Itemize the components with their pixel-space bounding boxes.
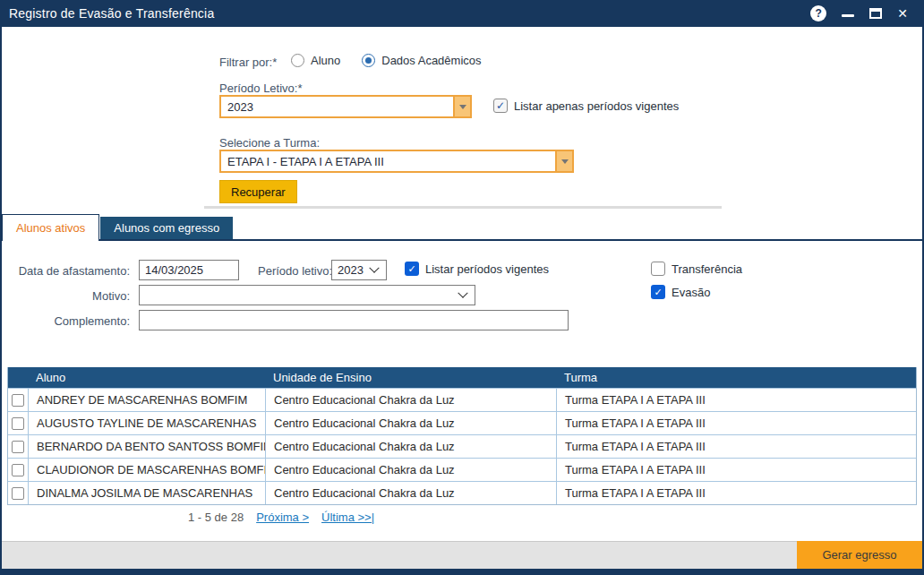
chevron-down-icon (561, 159, 569, 164)
help-icon[interactable]: ? (810, 5, 826, 21)
row-checkbox[interactable] (12, 417, 24, 430)
filtrar-por-radio-group: Aluno Dados Acadêmicos (291, 54, 482, 67)
cell-turma: Turma ETAPA I A ETAPA III (556, 389, 916, 411)
motivo-select[interactable] (139, 285, 475, 305)
filtrar-por-label: Filtrar por:* (219, 56, 277, 69)
cell-unidade: Centro Educacional Chakra da Luz (265, 459, 556, 481)
header-unidade: Unidade de Ensino (265, 371, 556, 384)
table-row: DINALMA JOSILMA DE MASCARENHAS Centro Ed… (8, 481, 916, 504)
data-afastamento-value: 14/03/2025 (145, 263, 203, 277)
cell-aluno: DINALMA JOSILMA DE MASCARENHAS (28, 482, 265, 504)
students-table: Aluno Unidade de Ensino Turma ANDREY DE … (7, 367, 917, 505)
cell-aluno: CLAUDIONOR DE MASCARENHAS BOMFIM (28, 459, 265, 481)
minimize-icon[interactable] (842, 14, 854, 17)
listar-vigentes-label: Listar períodos vigentes (425, 262, 549, 276)
row-checkbox[interactable] (12, 441, 24, 453)
listar-vigentes-checkbox[interactable] (405, 262, 419, 276)
listar-apenas-checkbox[interactable] (493, 99, 508, 113)
radio-dados-academicos[interactable]: Dados Acadêmicos (362, 54, 481, 67)
chevron-down-icon (458, 288, 467, 297)
periodo-letivo-dropdown-button[interactable] (453, 97, 470, 116)
recuperar-button[interactable]: Recuperar (219, 180, 297, 203)
pagination-last-link[interactable]: Última >>| (321, 511, 374, 524)
complemento-input[interactable] (139, 310, 569, 330)
cell-turma: Turma ETAPA I A ETAPA III (556, 412, 916, 434)
transferencia-checkbox[interactable] (651, 262, 665, 276)
header-turma: Turma (556, 371, 916, 384)
window-controls: ? ✕ (810, 5, 915, 21)
transferencia-checkbox-row[interactable]: Transferência (651, 262, 742, 276)
window-footer-strip (0, 569, 924, 575)
tab-alunos-ativos[interactable]: Alunos ativos (2, 214, 99, 241)
table-row: CLAUDIONOR DE MASCARENHAS BOMFIM Centro … (8, 458, 916, 481)
cell-unidade: Centro Educacional Chakra da Luz (265, 435, 556, 458)
table-row: BERNARDO DA BENTO SANTOSS BOMFIM Centro … (8, 434, 916, 458)
chevron-down-icon (459, 105, 466, 109)
tab-bar: Alunos ativos Alunos com egresso (2, 214, 233, 239)
periodo-letivo2-select[interactable]: 2023 (331, 260, 387, 280)
selecione-turma-label: Selecione a Turma: (219, 136, 320, 150)
gerar-egresso-button[interactable]: Gerar egresso (797, 541, 922, 569)
complemento-label: Complemento: (8, 314, 130, 328)
cell-unidade: Centro Educacional Chakra da Luz (265, 389, 556, 411)
tab-panel-border (0, 239, 924, 241)
maximize-icon[interactable] (869, 8, 882, 19)
radio-aluno[interactable]: Aluno (291, 54, 340, 67)
data-afastamento-input[interactable]: 14/03/2025 (139, 260, 239, 280)
window-border-left (0, 25, 2, 575)
radio-aluno-control[interactable] (291, 54, 304, 67)
radio-dados-academicos-control[interactable] (362, 54, 375, 67)
transferencia-label: Transferência (672, 262, 742, 276)
turma-value: ETAPA I - ETAPA I A ETAPA III (221, 151, 555, 171)
periodo-letivo2-label: Período letivo: (258, 264, 332, 278)
section-divider (204, 206, 722, 209)
row-checkbox[interactable] (12, 394, 24, 407)
evasao-label: Evasão (672, 286, 710, 299)
evasao-checkbox[interactable] (651, 285, 665, 299)
row-checkbox[interactable] (12, 464, 24, 476)
cell-aluno: ANDREY DE MASCARENHAS BOMFIM (28, 389, 265, 411)
table-header-row: Aluno Unidade de Ensino Turma (8, 367, 916, 388)
cell-unidade: Centro Educacional Chakra da Luz (265, 412, 556, 434)
window-title: Registro de Evasão e Transferência (9, 6, 214, 21)
periodo-letivo-label: Período Letivo:* (219, 82, 303, 95)
close-icon[interactable]: ✕ (897, 6, 908, 21)
tab-alunos-com-egresso[interactable]: Alunos com egresso (100, 217, 233, 239)
pagination-range: 1 - 5 de 28 (188, 511, 244, 524)
radio-dados-academicos-label: Dados Acadêmicos (381, 54, 481, 67)
pagination-next-link[interactable]: Próxima > (256, 511, 309, 524)
listar-vigentes-checkbox-row[interactable]: Listar períodos vigentes (405, 262, 549, 276)
data-afastamento-label: Data de afastamento: (8, 264, 130, 278)
turma-dropdown-button[interactable] (555, 151, 572, 171)
listar-apenas-label: Listar apenas períodos vigentes (514, 99, 679, 113)
title-bar: Registro de Evasão e Transferência ? ✕ (0, 0, 924, 27)
periodo-letivo-dropdown[interactable]: 2023 (219, 95, 472, 118)
turma-dropdown[interactable]: ETAPA I - ETAPA I A ETAPA III (219, 150, 574, 173)
header-aluno: Aluno (28, 371, 265, 384)
row-checkbox[interactable] (12, 487, 24, 500)
periodo-letivo-value: 2023 (221, 97, 453, 116)
chevron-down-icon (369, 262, 379, 272)
periodo-letivo2-value: 2023 (332, 263, 371, 277)
cell-aluno: AUGUSTO TAYLINE DE MASCARENHAS (28, 412, 265, 434)
cell-unidade: Centro Educacional Chakra da Luz (265, 482, 556, 504)
evasao-checkbox-row[interactable]: Evasão (651, 285, 710, 299)
listar-apenas-checkbox-row[interactable]: Listar apenas períodos vigentes (493, 99, 679, 113)
radio-aluno-label: Aluno (311, 54, 340, 67)
pagination: 1 - 5 de 28 Próxima > Última >>| (188, 511, 374, 524)
app-window: Registro de Evasão e Transferência ? ✕ F… (0, 0, 924, 575)
cell-turma: Turma ETAPA I A ETAPA III (556, 435, 916, 458)
motivo-label: Motivo: (8, 289, 130, 303)
bottom-action-bar (0, 541, 924, 569)
table-row: AUGUSTO TAYLINE DE MASCARENHAS Centro Ed… (8, 411, 916, 434)
table-row: ANDREY DE MASCARENHAS BOMFIM Centro Educ… (8, 388, 916, 411)
cell-turma: Turma ETAPA I A ETAPA III (556, 482, 916, 504)
cell-turma: Turma ETAPA I A ETAPA III (556, 459, 916, 481)
cell-aluno: BERNARDO DA BENTO SANTOSS BOMFIM (28, 435, 265, 458)
